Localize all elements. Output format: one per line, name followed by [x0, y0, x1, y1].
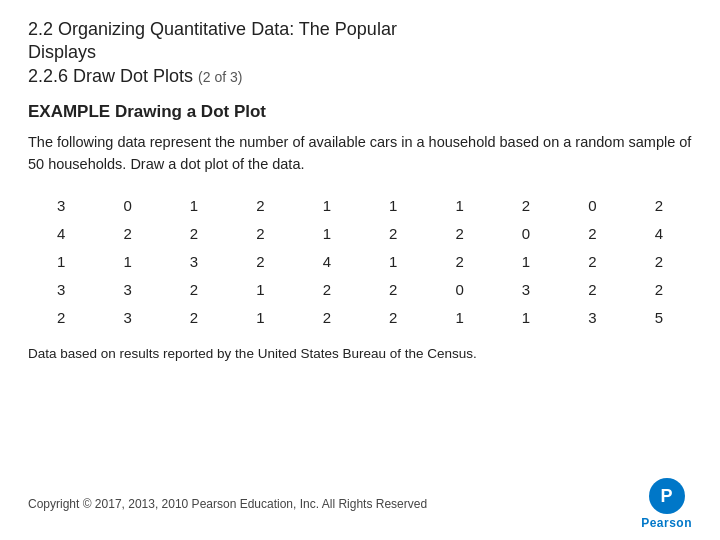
data-cell: 2 [493, 192, 559, 220]
title-line1-text: 2.2 Organizing Quantitative Data: The Po… [28, 19, 397, 39]
data-cell: 1 [161, 192, 227, 220]
data-cell: 2 [426, 248, 492, 276]
data-cell: 2 [161, 220, 227, 248]
data-cell: 1 [227, 304, 293, 332]
title-line2-text: Displays [28, 42, 96, 62]
data-cell: 3 [559, 304, 625, 332]
data-cell: 4 [28, 220, 94, 248]
data-cell: 2 [626, 192, 692, 220]
data-cell: 4 [626, 220, 692, 248]
title-line3: 2.2.6 Draw Dot Plots (2 of 3) [28, 65, 692, 88]
data-cell: 2 [360, 276, 426, 304]
title-line1: 2.2 Organizing Quantitative Data: The Po… [28, 18, 692, 41]
data-cell: 1 [94, 248, 160, 276]
data-cell: 2 [227, 220, 293, 248]
data-cell: 4 [294, 248, 360, 276]
data-cell: 1 [426, 304, 492, 332]
copyright: Copyright © 2017, 2013, 2010 Pearson Edu… [28, 497, 427, 511]
data-cell: 0 [493, 220, 559, 248]
data-cell: 2 [161, 304, 227, 332]
title-line2: Displays [28, 41, 692, 64]
data-cell: 3 [28, 276, 94, 304]
data-cell: 2 [360, 220, 426, 248]
data-cell: 2 [559, 276, 625, 304]
data-cell: 3 [94, 304, 160, 332]
footer: Copyright © 2017, 2013, 2010 Pearson Edu… [0, 468, 720, 540]
data-cell: 3 [493, 276, 559, 304]
data-cell: 1 [294, 220, 360, 248]
data-cell: 1 [360, 192, 426, 220]
data-cell: 5 [626, 304, 692, 332]
data-cell: 1 [360, 248, 426, 276]
data-cell: 0 [426, 276, 492, 304]
data-cell: 2 [28, 304, 94, 332]
data-cell: 2 [294, 304, 360, 332]
pearson-icon: P [649, 478, 685, 514]
data-cell: 2 [94, 220, 160, 248]
data-cell: 2 [161, 276, 227, 304]
data-cell: 2 [227, 248, 293, 276]
example-description: The following data represent the number … [28, 132, 692, 176]
pearson-brand: Pearson [641, 516, 692, 530]
data-cell: 2 [426, 220, 492, 248]
data-cell: 1 [294, 192, 360, 220]
data-cell: 1 [426, 192, 492, 220]
example-heading: EXAMPLE Drawing a Dot Plot [28, 102, 692, 122]
data-grid: 3012111202422212202411324121223321220322… [28, 192, 692, 332]
page-indicator: (2 of 3) [198, 69, 242, 85]
data-cell: 1 [493, 304, 559, 332]
data-cell: 3 [161, 248, 227, 276]
data-cell: 2 [626, 276, 692, 304]
data-cell: 2 [626, 248, 692, 276]
data-cell: 2 [294, 276, 360, 304]
data-cell: 2 [559, 248, 625, 276]
title-section: 2.2 Organizing Quantitative Data: The Po… [28, 18, 692, 88]
data-cell: 0 [94, 192, 160, 220]
data-cell: 1 [227, 276, 293, 304]
data-cell: 3 [94, 276, 160, 304]
data-cell: 2 [559, 220, 625, 248]
main-content: 2.2 Organizing Quantitative Data: The Po… [0, 0, 720, 401]
data-cell: 2 [227, 192, 293, 220]
data-cell: 2 [360, 304, 426, 332]
pearson-icon-symbol: P [661, 486, 673, 507]
data-cell: 0 [559, 192, 625, 220]
title-line3-text: 2.2.6 Draw Dot Plots [28, 66, 193, 86]
data-cell: 1 [28, 248, 94, 276]
data-cell: 3 [28, 192, 94, 220]
data-cell: 1 [493, 248, 559, 276]
footnote: Data based on results reported by the Un… [28, 346, 692, 361]
pearson-logo: P Pearson [641, 478, 692, 530]
